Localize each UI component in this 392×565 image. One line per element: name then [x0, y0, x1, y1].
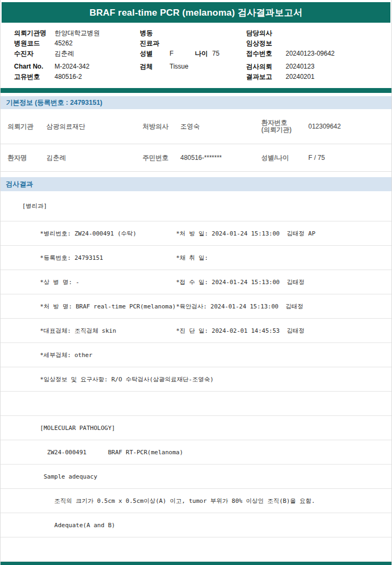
result-row-left-text: *등록번호: 24793151	[22, 254, 103, 262]
result-row-right-text: *처 방 일: 2024-01-24 15:13:00 김태정 AP	[176, 230, 315, 238]
basic-info-value: 김춘례	[46, 153, 66, 163]
result-row: *처 방 명: BRAF real-time PCR(melanoma) *육안…	[1, 294, 391, 319]
result-row-left-text: *세부검체: other	[22, 351, 92, 359]
basic-info-label: 처방의사	[143, 123, 180, 130]
basic-info-table: 의뢰기관 삼광의료재단 처방의사 조영숙 환자번호 (의뢰기관) 0123096…	[1, 109, 391, 172]
basic-info-label: 주민번호	[143, 154, 180, 162]
info-value: 김춘례	[55, 49, 74, 59]
patient-header: 의뢰기관명 한양대학교병원 병원코드 45262 수진자 김춘례 Chart N…	[1, 23, 391, 88]
result-row-left-text: [MOLECULAR PATHOLOGY]	[22, 425, 115, 432]
result-row-left-text: *임상정보 및 요구사항: R/O 수탁검사(삼광의료재단-조영숙)	[22, 375, 214, 384]
basic-info-section-title: 기본정보 (등록번호 : 24793151)	[6, 98, 103, 107]
basic-info-value: 삼광의료재단	[46, 122, 85, 131]
result-row-left-text: *대표검체: 조직검체 skin	[22, 327, 116, 335]
result-row: *임상정보 및 요구사항: R/O 수탁검사(삼광의료재단-조영숙)	[1, 367, 391, 392]
result-row: [병리과]	[1, 191, 391, 221]
result-row-left-text: Sample adequacy	[22, 473, 97, 480]
result-row: *등록번호: 24793151 *채 취 일:	[1, 246, 391, 270]
basic-info-value: 480516-*******	[180, 154, 222, 162]
info-row: 검사의뢰 20240123	[246, 62, 391, 72]
info-label: 임상정보	[246, 38, 286, 49]
info-value-secondary: 75	[212, 49, 219, 59]
result-row-left-text: Adequate(A and B)	[22, 522, 115, 529]
basic-info-cell: 성별/나이 F / 75	[261, 154, 391, 162]
info-value: 45262	[55, 38, 72, 49]
result-row-left-text: *상 병 명: -	[22, 278, 79, 286]
result-row	[1, 392, 391, 416]
basic-info-cell: 환자번호 (의뢰기관) 012309642	[261, 119, 391, 133]
info-label: 병원코드	[14, 38, 55, 49]
report-page: BRAF real-time PCR (melanoma) 검사결과보고서 의뢰…	[0, 0, 392, 565]
info-value: 480516-2	[55, 72, 82, 82]
result-row: Adequate(A and B)	[1, 513, 391, 537]
result-row	[1, 537, 391, 562]
info-row: 결과보고 20240201	[246, 72, 391, 82]
info-label: 결과보고	[246, 72, 286, 82]
result-row: ZW24-000491 BRAF RT-PCR(melanoma)	[1, 440, 391, 465]
result-row-left-text: 조직의 크기가 0.5cm x 0.5cm이상(A) 이고, tumor 부위가…	[22, 497, 315, 505]
patient-header-col-institution: 의뢰기관명 한양대학교병원 병원코드 45262 수진자 김춘례 Chart N…	[14, 28, 140, 82]
info-value	[170, 28, 195, 38]
info-label: 진료과	[140, 38, 170, 49]
result-row-right-text: *채 취 일:	[176, 254, 208, 262]
basic-info-label: 환자명	[8, 154, 46, 162]
result-row: *상 병 명: - *접 수 일: 2024-01-24 15:13:00 김태…	[1, 270, 391, 294]
basic-info-value: F / 75	[308, 154, 325, 162]
result-row: Sample adequacy	[1, 465, 391, 489]
info-row: 수진자 김춘례	[14, 49, 140, 59]
basic-info-value: 012309642	[308, 123, 341, 130]
basic-info-cell: 환자명 김춘례	[8, 153, 143, 163]
info-value: 20240201	[286, 72, 314, 82]
info-label: 고유번호	[14, 72, 55, 82]
info-value: Tissue	[170, 62, 195, 72]
info-value: 한양대학교병원	[55, 28, 100, 38]
info-label: 의뢰기관명	[14, 28, 55, 38]
result-row: *세부검체: other	[1, 343, 391, 367]
basic-info-row: 의뢰기관 삼광의료재단 처방의사 조영숙 환자번호 (의뢰기관) 0123096…	[1, 109, 391, 144]
info-label: 담당의사	[246, 28, 286, 38]
info-label: 검체	[140, 62, 170, 72]
info-value: 20240123-09642	[286, 49, 335, 59]
info-row: 고유번호 480516-2	[14, 72, 140, 82]
result-row-right-text: *진 단 일: 2024-02-01 14:45:53 김태정	[176, 327, 305, 335]
result-row: [MOLECULAR PATHOLOGY]	[1, 416, 391, 440]
result-row-left-text: [병리과]	[22, 202, 47, 210]
info-label: 검사의뢰	[246, 62, 286, 72]
basic-info-cell: 처방의사 조영숙	[143, 122, 261, 131]
info-label: 접수번호	[246, 49, 286, 59]
result-row: 조직의 크기가 0.5cm x 0.5cm이상(A) 이고, tumor 부위가…	[1, 489, 391, 513]
result-row-right-text: *육안검사: 2024-01-24 15:13:00 김태정	[176, 302, 303, 311]
basic-info-label: 환자번호 (의뢰기관)	[261, 119, 308, 133]
info-row: 접수번호 20240123-09642	[246, 49, 391, 59]
basic-info-label: 성별/나이	[261, 154, 308, 162]
result-row-left-text: ZW24-000491 BRAF RT-PCR(melanoma)	[22, 449, 183, 456]
result-row-right-text: *접 수 일: 2024-01-24 15:13:00 김태정	[176, 278, 305, 286]
info-label: 병동	[140, 28, 170, 38]
info-value: M-2024-342	[55, 62, 90, 72]
patient-header-col-reception: 담당의사 임상정보 접수번호 20240123-09642 검사의뢰 20240…	[246, 28, 391, 82]
info-row: 병원코드 45262	[14, 38, 140, 49]
info-row: 의뢰기관명 한양대학교병원	[14, 28, 140, 38]
info-row: 진료과	[140, 38, 246, 49]
info-row: 검체 Tissue	[140, 62, 246, 72]
report-title: BRAF real-time PCR (melanoma) 검사결과보고서	[90, 6, 303, 19]
info-label: Chart No.	[14, 62, 55, 72]
report-title-bar: BRAF real-time PCR (melanoma) 검사결과보고서	[2, 2, 390, 23]
info-row: 성별 F 나이 75	[140, 49, 246, 59]
basic-info-row: 환자명 김춘례 주민번호 480516-******* 성별/나이 F / 75	[1, 144, 391, 172]
result-row: *병리번호: ZW24-000491 (수탁) *처 방 일: 2024-01-…	[1, 221, 391, 246]
info-row: 임상정보	[246, 38, 391, 49]
basic-info-cell: 의뢰기관 삼광의료재단	[8, 122, 143, 131]
info-label: 성별	[140, 49, 170, 59]
basic-info-value: 조영숙	[180, 122, 200, 131]
bottom-teal-bar	[1, 562, 391, 565]
info-label-secondary: 나이	[195, 49, 208, 59]
info-value: F	[170, 49, 195, 59]
info-row: 병동	[140, 28, 246, 38]
info-row: Chart No. M-2024-342	[14, 62, 140, 72]
basic-info-cell: 주민번호 480516-*******	[143, 154, 261, 162]
result-row-left-text: *병리번호: ZW24-000491 (수탁)	[22, 230, 137, 238]
result-row-left-text: *처 방 명: BRAF real-time PCR(melanoma)	[22, 302, 176, 311]
result-row: *대표검체: 조직검체 skin *진 단 일: 2024-02-01 14:4…	[1, 319, 391, 343]
results-table: [병리과] *병리번호: ZW24-000491 (수탁) *처 방 일: 20…	[1, 191, 391, 562]
